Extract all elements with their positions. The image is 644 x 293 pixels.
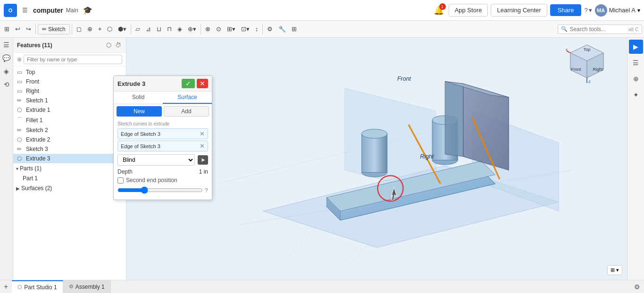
depth-slider[interactable] [117, 186, 203, 194]
feature-item-part1[interactable]: Part 1 [13, 174, 126, 183]
tab-surface[interactable]: Surface [163, 92, 212, 104]
learning-center-button[interactable]: Learning Center [491, 4, 547, 17]
ep-confirm-button[interactable]: ✓ [182, 79, 195, 88]
tool11[interactable]: ⊕▾ [185, 24, 199, 34]
view-options-btn[interactable]: ⊞ [2, 24, 12, 34]
feature-item-sketch2[interactable]: ✏ Sketch 2 [13, 126, 126, 135]
fillet-icon-1: ⌒ [17, 116, 24, 124]
tool18[interactable]: 🔧 [276, 24, 288, 34]
right-icon-star[interactable]: ✦ [629, 88, 643, 102]
appstore-button[interactable]: App Store [449, 4, 488, 17]
tool5[interactable]: ⬢▾ [116, 24, 129, 34]
feature-item-extrude2[interactable]: ⬡ Extrude 2 [13, 135, 126, 144]
tool7[interactable]: ⊿ [143, 24, 153, 34]
fp-actions: ⬡ ⏱ [105, 41, 122, 50]
help-button[interactable]: ? ▾ [584, 7, 592, 14]
feature-label-right: Right [26, 88, 39, 94]
search-icon: 🔍 [561, 26, 568, 32]
feature-filter-input[interactable] [24, 55, 122, 64]
tool15[interactable]: ⊡▾ [239, 24, 252, 34]
parts-section[interactable]: ▾ Parts (1) [13, 163, 126, 174]
view-cube-btn[interactable]: ⊞ ▾ [607, 265, 622, 275]
redo-btn[interactable]: ↪ [24, 24, 33, 34]
notification-button[interactable]: 🔔 1 [432, 3, 446, 17]
fp-clock-btn[interactable]: ⏱ [114, 41, 122, 50]
ep-flip-btn[interactable]: ➤ [198, 155, 208, 165]
logo-area: O ☰ computer Main 🎓 [4, 4, 92, 17]
tab-solid[interactable]: Solid [114, 92, 163, 104]
sidebar-toggle-btn[interactable]: ☰ [2, 40, 11, 50]
divider4 [201, 24, 201, 34]
tool17[interactable]: ⚙ [265, 24, 275, 34]
tool1[interactable]: ◻ [74, 24, 84, 34]
tool2[interactable]: ⊕ [85, 24, 95, 34]
feature-panel: Features (11) ⬡ ⏱ ⊕ ▭ Top ▭ Front ▭ [13, 38, 126, 280]
feature-item-right[interactable]: ▭ Right [13, 86, 126, 96]
right-icon-view[interactable]: ▶ [629, 40, 643, 54]
ep-tabs: Solid Surface [114, 92, 212, 104]
sketch-icon-2: ✏ [17, 127, 24, 134]
tool12[interactable]: ⊗ [203, 24, 213, 34]
help-chevron: ▾ [589, 7, 592, 14]
view-dropdown-btn[interactable]: ⊞ ▾ [607, 265, 622, 275]
feature-label-sketch2: Sketch 2 [26, 127, 48, 134]
ep-cancel-button[interactable]: ✕ [197, 79, 208, 88]
tool9[interactable]: ⊓ [165, 24, 174, 34]
ep-slider-row: ? [117, 185, 208, 197]
tool16[interactable]: ↕ [253, 24, 261, 34]
add-tab-button[interactable]: + [0, 280, 12, 293]
share-button[interactable]: Share [550, 4, 582, 16]
right-icon-list[interactable]: ☰ [629, 56, 643, 70]
tool6[interactable]: ▱ [133, 24, 142, 34]
fp-expand-btn[interactable]: ⬡ [105, 41, 112, 50]
right-icon-plus[interactable]: ⊕ [629, 72, 643, 86]
svg-text:Front: Front [397, 75, 411, 82]
tool3[interactable]: ⌖ [96, 24, 104, 34]
ep-body: Sketch curves to extrude Edge of Sketch … [114, 118, 212, 200]
ep-edge-remove-2[interactable]: ✕ [200, 142, 205, 150]
feature-item-extrude1[interactable]: ⬡ Extrude 1 [13, 105, 126, 115]
feature-item-front[interactable]: ▭ Front [13, 77, 126, 86]
extrude-panel: Extrude 3 ✓ ✕ Solid Surface New Add Sket… [113, 75, 212, 200]
undo-btn[interactable]: ↩ [13, 24, 23, 34]
feature-item-top[interactable]: ▭ Top [13, 67, 126, 77]
appearance-btn[interactable]: ◈ [2, 66, 10, 76]
ep-edge-remove-1[interactable]: ✕ [200, 130, 205, 137]
feature-panel-header: Features (11) ⬡ ⏱ [13, 38, 126, 53]
help-icon-btn[interactable]: ? [205, 187, 208, 194]
topbar: O ☰ computer Main 🎓 🔔 1 App Store Learni… [0, 0, 644, 21]
feature-item-extrude3[interactable]: ⬡ Extrude 3 [13, 154, 126, 163]
second-end-checkbox[interactable] [117, 177, 124, 184]
ep-method-row: Blind Symmetric Through All Up to Face U… [117, 154, 208, 166]
tool4[interactable]: ⬡ [105, 24, 115, 34]
feature-item-fillet1[interactable]: ⌒ Fillet 1 [13, 115, 126, 126]
history-btn[interactable]: ⟲ [2, 79, 11, 90]
extrude-icon-2: ⬡ [17, 136, 24, 143]
bottom-settings-btn[interactable]: ⚙ [634, 283, 640, 291]
surfaces-section-label: Surfaces (2) [21, 185, 52, 192]
tab-part-studio-label: Part Studio 1 [24, 284, 57, 291]
tab-part-studio[interactable]: ⬡ Part Studio 1 [12, 280, 63, 293]
user-menu[interactable]: MA Michael A ▾ [595, 4, 640, 17]
divider3 [131, 24, 131, 34]
sketch-btn[interactable]: ✏ Sketch [38, 24, 70, 34]
hamburger-menu[interactable]: ☰ [20, 5, 30, 15]
subtab-new[interactable]: New [117, 106, 162, 117]
search-input[interactable] [569, 26, 626, 33]
ep-second-end-row: Second end position [117, 177, 208, 184]
tool10[interactable]: ◈ [175, 24, 184, 34]
tool8[interactable]: ⊔ [154, 24, 164, 34]
method-select[interactable]: Blind Symmetric Through All Up to Face U… [117, 154, 195, 166]
tab-assembly[interactable]: ⚙ Assembly 1 [63, 280, 111, 293]
feature-item-sketch3[interactable]: ✏ Sketch 3 [13, 144, 126, 154]
extrude-icon-1: ⬡ [17, 107, 24, 113]
comment-btn[interactable]: 💬 [1, 53, 12, 63]
surfaces-section[interactable]: ▶ Surfaces (2) [13, 183, 126, 193]
feature-item-sketch1[interactable]: ✏ Sketch 1 [13, 96, 126, 105]
tool19[interactable]: ⊞ [289, 24, 299, 34]
tool14[interactable]: ⊞▾ [225, 24, 238, 34]
subtab-add[interactable]: Add [164, 106, 209, 117]
tool13[interactable]: ⊙ [214, 24, 224, 34]
feature-label-sketch3: Sketch 3 [26, 146, 48, 152]
nav-cube[interactable]: Top Front Right Z X [566, 42, 608, 85]
